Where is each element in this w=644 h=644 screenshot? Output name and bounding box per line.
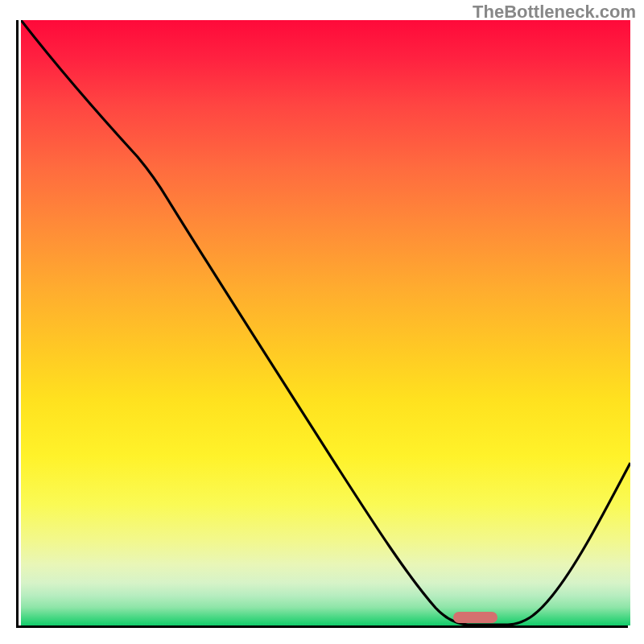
bottleneck-curve-path (21, 20, 630, 625)
optimal-marker (453, 612, 497, 623)
watermark-text: TheBottleneck.com (473, 2, 636, 23)
chart-plot-area (16, 20, 628, 628)
chart-curve-svg (21, 20, 630, 625)
